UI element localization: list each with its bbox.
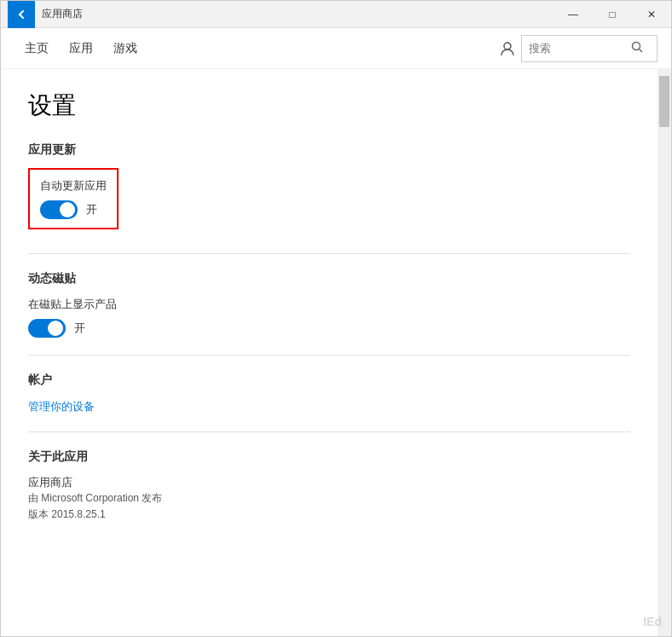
search-input[interactable] [529, 42, 631, 55]
live-tiles-label: 在磁贴上显示产品 [28, 297, 630, 312]
live-tiles-toggle-label: 开 [74, 321, 85, 336]
window-controls: — □ ✕ [553, 1, 671, 28]
divider-3 [28, 431, 630, 432]
about-publisher: 由 Microsoft Corporation 发布 [28, 490, 630, 507]
search-box[interactable] [521, 35, 658, 62]
window-title: 应用商店 [42, 7, 553, 21]
about-app-name: 应用商店 [28, 475, 630, 490]
section-title-live-tiles: 动态磁贴 [28, 271, 630, 287]
auto-update-toggle-label: 开 [86, 202, 97, 217]
highlight-box-auto-update: 自动更新应用 开 [28, 168, 119, 229]
search-icon [631, 41, 643, 55]
auto-update-label: 自动更新应用 [40, 178, 107, 194]
titlebar: 应用商店 — □ ✕ [1, 1, 671, 28]
live-tiles-toggle-row: 开 [28, 319, 630, 338]
section-title-about: 关于此应用 [28, 449, 630, 465]
content-area: 设置 应用更新 自动更新应用 开 动态磁贴 在磁贴上显示产品 [1, 69, 658, 636]
page-title: 设置 [28, 90, 630, 122]
section-title-app-update: 应用更新 [28, 142, 630, 158]
scrollbar[interactable] [658, 69, 671, 636]
minimize-button[interactable]: — [553, 1, 593, 28]
nav-home[interactable]: 主页 [14, 28, 59, 69]
live-tiles-toggle[interactable] [28, 319, 66, 338]
divider-1 [28, 253, 630, 254]
toggle-knob [60, 202, 75, 217]
close-button[interactable]: ✕ [632, 1, 671, 28]
svg-point-0 [504, 43, 511, 49]
section-title-account: 帐户 [28, 373, 630, 388]
navbar: 主页 应用 游戏 [1, 28, 671, 69]
user-icon[interactable] [494, 35, 521, 62]
back-button[interactable] [8, 1, 35, 28]
main-content: 设置 应用更新 自动更新应用 开 动态磁贴 在磁贴上显示产品 [1, 69, 671, 636]
divider-2 [28, 355, 630, 356]
scrollbar-thumb[interactable] [659, 76, 669, 127]
maximize-button[interactable]: □ [593, 1, 632, 28]
nav-apps[interactable]: 应用 [59, 28, 103, 69]
about-version: 版本 2015.8.25.1 [28, 507, 630, 523]
auto-update-toggle[interactable] [40, 200, 78, 219]
auto-update-toggle-row: 开 [40, 200, 107, 219]
svg-point-1 [633, 43, 640, 50]
svg-line-2 [640, 49, 643, 53]
live-tiles-knob [48, 321, 63, 336]
nav-games[interactable]: 游戏 [103, 28, 148, 69]
manage-devices-link[interactable]: 管理你的设备 [28, 400, 95, 413]
